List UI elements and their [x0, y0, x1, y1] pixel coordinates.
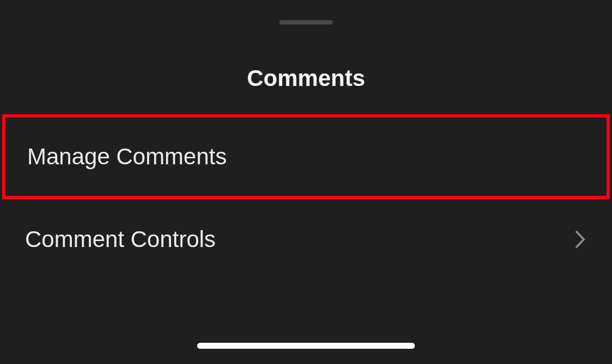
- home-indicator[interactable]: [197, 343, 415, 349]
- menu-item-label: Manage Comments: [27, 144, 227, 170]
- menu-list: Manage Comments Comment Controls: [0, 114, 612, 279]
- sheet-title: Comments: [0, 65, 612, 91]
- menu-item-comment-controls[interactable]: Comment Controls: [0, 199, 612, 279]
- chevron-right-icon: [573, 229, 587, 250]
- menu-item-manage-comments[interactable]: Manage Comments: [2, 114, 610, 199]
- menu-item-label: Comment Controls: [25, 226, 216, 252]
- drag-handle[interactable]: [279, 20, 333, 24]
